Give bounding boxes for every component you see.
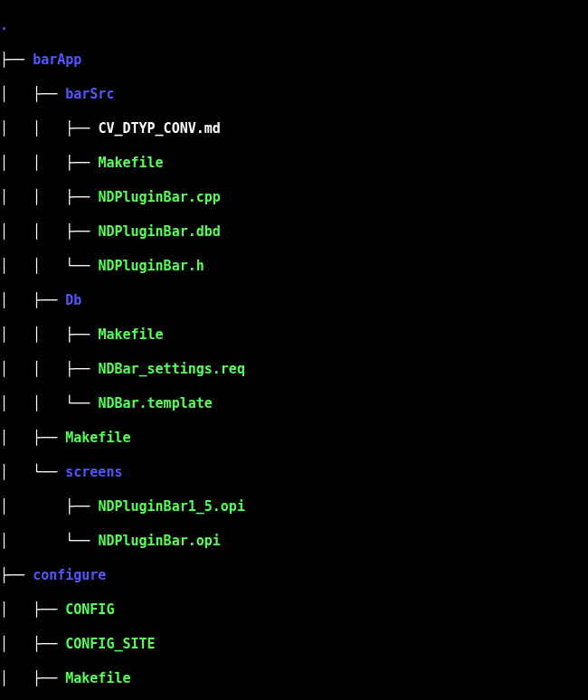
dir-root: . (0, 17, 8, 33)
file: NDPluginBar.dbd (98, 223, 220, 240)
tree-row: │ │ ├── Makefile (0, 326, 588, 344)
tree-row: │ ├── CONFIG_SITE (0, 636, 588, 653)
dir-configure: configure (33, 567, 106, 583)
tree-row: │ │ ├── CV_DTYP_CONV.md (0, 120, 588, 137)
tree-row: │ │ ├── Makefile (0, 155, 588, 172)
tree-row: │ ├── CONFIG (0, 601, 588, 619)
tree-row: │ ├── barSrc (0, 86, 588, 103)
file: CV_DTYP_CONV.md (98, 120, 220, 137)
tree-row: ├── configure (0, 567, 588, 584)
file: NDBar.template (98, 395, 212, 411)
tree-row: │ └── NDPluginBar.opi (0, 533, 588, 550)
file: CONFIG_SITE (65, 636, 155, 652)
file: NDBar_settings.req (98, 361, 245, 377)
file: NDPluginBar.opi (98, 533, 220, 549)
tree-row: │ │ └── NDPluginBar.h (0, 258, 588, 275)
terminal-tree-output: . ├── barApp │ ├── barSrc │ │ ├── CV_DTY… (0, 0, 588, 700)
tree-row: │ ├── Makefile (0, 430, 588, 447)
file: Makefile (65, 430, 130, 446)
dir-barSrc: barSrc (65, 86, 114, 102)
file: NDPluginBar.h (98, 258, 204, 274)
tree-row: │ └── screens (0, 464, 588, 481)
tree-row: │ │ └── NDBar.template (0, 395, 588, 412)
file: NDPluginBar.cpp (98, 189, 220, 205)
dir-screens: screens (65, 464, 122, 480)
dir-Db: Db (65, 292, 81, 308)
dir-barApp: barApp (33, 52, 81, 68)
file: NDPluginBar1_5.opi (98, 498, 245, 515)
tree-row: │ ├── NDPluginBar1_5.opi (0, 498, 588, 516)
tree-row: │ │ ├── NDPluginBar.cpp (0, 189, 588, 206)
tree-row: │ │ ├── NDBar_settings.req (0, 361, 588, 378)
tree-row: ├── barApp (0, 52, 588, 69)
file: Makefile (98, 155, 163, 171)
file: Makefile (98, 326, 163, 343)
tree-row: │ ├── Makefile (0, 670, 588, 687)
file: CONFIG (65, 601, 114, 618)
file: Makefile (65, 670, 130, 686)
tree-row: │ │ ├── NDPluginBar.dbd (0, 223, 588, 241)
tree-row: │ ├── Db (0, 292, 588, 309)
tree-root: . (0, 17, 588, 34)
